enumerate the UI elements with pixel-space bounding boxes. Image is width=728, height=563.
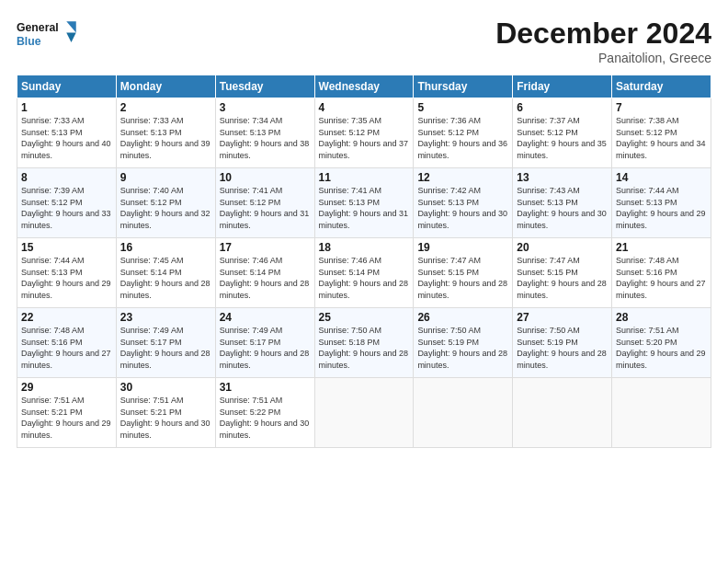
calendar-cell-4-2: 23 Sunrise: 7:49 AMSunset: 5:17 PMDaylig…	[116, 308, 215, 378]
day-info: Sunrise: 7:44 AMSunset: 5:13 PMDaylight:…	[21, 256, 111, 300]
day-number: 20	[517, 241, 608, 254]
day-info: Sunrise: 7:47 AMSunset: 5:15 PMDaylight:…	[517, 256, 607, 300]
day-number: 21	[616, 241, 707, 254]
day-number: 27	[517, 311, 608, 324]
day-number: 18	[319, 241, 410, 254]
day-number: 16	[120, 241, 211, 254]
calendar-cell-2-5: 12 Sunrise: 7:42 AMSunset: 5:13 PMDaylig…	[414, 168, 513, 238]
col-monday: Monday	[116, 75, 215, 98]
calendar-cell-1-6: 6 Sunrise: 7:37 AMSunset: 5:12 PMDayligh…	[513, 98, 612, 168]
calendar-cell-5-1: 29 Sunrise: 7:51 AMSunset: 5:21 PMDaylig…	[17, 378, 117, 448]
calendar-cell-3-3: 17 Sunrise: 7:46 AMSunset: 5:14 PMDaylig…	[215, 238, 314, 308]
day-number: 26	[417, 311, 508, 324]
day-number: 7	[616, 101, 707, 114]
calendar-cell-2-2: 9 Sunrise: 7:40 AMSunset: 5:12 PMDayligh…	[116, 168, 215, 238]
day-number: 14	[616, 171, 707, 184]
day-number: 13	[517, 171, 608, 184]
calendar-cell-5-4	[314, 378, 414, 448]
calendar-cell-3-4: 18 Sunrise: 7:46 AMSunset: 5:14 PMDaylig…	[314, 238, 414, 308]
day-info: Sunrise: 7:51 AMSunset: 5:21 PMDaylight:…	[120, 396, 210, 440]
day-info: Sunrise: 7:45 AMSunset: 5:14 PMDaylight:…	[120, 256, 210, 300]
day-info: Sunrise: 7:43 AMSunset: 5:13 PMDaylight:…	[517, 186, 607, 230]
day-info: Sunrise: 7:47 AMSunset: 5:15 PMDaylight:…	[417, 256, 507, 300]
page: General Blue December 2024 Panaitolion, …	[0, 0, 728, 457]
day-info: Sunrise: 7:50 AMSunset: 5:19 PMDaylight:…	[517, 326, 607, 370]
day-info: Sunrise: 7:40 AMSunset: 5:12 PMDaylight:…	[120, 186, 210, 230]
day-info: Sunrise: 7:51 AMSunset: 5:22 PMDaylight:…	[220, 396, 310, 440]
calendar-cell-2-7: 14 Sunrise: 7:44 AMSunset: 5:13 PMDaylig…	[612, 168, 711, 238]
calendar-header-row: Sunday Monday Tuesday Wednesday Thursday…	[17, 75, 711, 98]
calendar-cell-2-1: 8 Sunrise: 7:39 AMSunset: 5:12 PMDayligh…	[17, 168, 117, 238]
calendar-cell-2-4: 11 Sunrise: 7:41 AMSunset: 5:13 PMDaylig…	[314, 168, 414, 238]
col-saturday: Saturday	[612, 75, 711, 98]
calendar-cell-4-1: 22 Sunrise: 7:48 AMSunset: 5:16 PMDaylig…	[17, 308, 117, 378]
day-number: 15	[21, 241, 112, 254]
svg-marker-2	[66, 21, 76, 32]
day-number: 3	[220, 101, 311, 114]
day-number: 17	[220, 241, 311, 254]
svg-text:Blue: Blue	[17, 35, 41, 48]
calendar-cell-5-7	[612, 378, 711, 448]
day-info: Sunrise: 7:49 AMSunset: 5:17 PMDaylight:…	[220, 326, 310, 370]
calendar-cell-4-6: 27 Sunrise: 7:50 AMSunset: 5:19 PMDaylig…	[513, 308, 612, 378]
day-number: 22	[21, 311, 112, 324]
day-info: Sunrise: 7:49 AMSunset: 5:17 PMDaylight:…	[120, 326, 210, 370]
day-info: Sunrise: 7:42 AMSunset: 5:13 PMDaylight:…	[417, 186, 507, 230]
col-tuesday: Tuesday	[215, 75, 314, 98]
calendar-week-3: 15 Sunrise: 7:44 AMSunset: 5:13 PMDaylig…	[17, 238, 711, 308]
day-info: Sunrise: 7:46 AMSunset: 5:14 PMDaylight:…	[319, 256, 409, 300]
calendar-cell-3-7: 21 Sunrise: 7:48 AMSunset: 5:16 PMDaylig…	[612, 238, 711, 308]
calendar-cell-1-4: 4 Sunrise: 7:35 AMSunset: 5:12 PMDayligh…	[314, 98, 414, 168]
calendar-week-4: 22 Sunrise: 7:48 AMSunset: 5:16 PMDaylig…	[17, 308, 711, 378]
day-info: Sunrise: 7:41 AMSunset: 5:12 PMDaylight:…	[220, 186, 310, 230]
day-info: Sunrise: 7:48 AMSunset: 5:16 PMDaylight:…	[21, 326, 111, 370]
day-number: 28	[616, 311, 707, 324]
day-info: Sunrise: 7:33 AMSunset: 5:13 PMDaylight:…	[120, 116, 210, 160]
day-number: 6	[517, 101, 608, 114]
month-title: December 2024	[495, 17, 711, 51]
calendar-cell-4-7: 28 Sunrise: 7:51 AMSunset: 5:20 PMDaylig…	[612, 308, 711, 378]
calendar-cell-1-1: 1 Sunrise: 7:33 AMSunset: 5:13 PMDayligh…	[17, 98, 117, 168]
calendar-cell-3-2: 16 Sunrise: 7:45 AMSunset: 5:14 PMDaylig…	[116, 238, 215, 308]
calendar-cell-4-3: 24 Sunrise: 7:49 AMSunset: 5:17 PMDaylig…	[215, 308, 314, 378]
day-info: Sunrise: 7:51 AMSunset: 5:21 PMDaylight:…	[21, 396, 111, 440]
calendar-week-2: 8 Sunrise: 7:39 AMSunset: 5:12 PMDayligh…	[17, 168, 711, 238]
day-info: Sunrise: 7:50 AMSunset: 5:19 PMDaylight:…	[417, 326, 507, 370]
col-sunday: Sunday	[17, 75, 117, 98]
day-info: Sunrise: 7:37 AMSunset: 5:12 PMDaylight:…	[517, 116, 607, 160]
day-number: 24	[220, 311, 311, 324]
day-info: Sunrise: 7:44 AMSunset: 5:13 PMDaylight:…	[616, 186, 706, 230]
col-thursday: Thursday	[414, 75, 513, 98]
calendar-cell-1-2: 2 Sunrise: 7:33 AMSunset: 5:13 PMDayligh…	[116, 98, 215, 168]
title-block: December 2024 Panaitolion, Greece	[495, 17, 711, 65]
day-number: 23	[120, 311, 211, 324]
calendar-cell-3-5: 19 Sunrise: 7:47 AMSunset: 5:15 PMDaylig…	[414, 238, 513, 308]
general-blue-logo-icon: General Blue	[17, 17, 81, 53]
day-info: Sunrise: 7:46 AMSunset: 5:14 PMDaylight:…	[220, 256, 310, 300]
day-number: 4	[319, 101, 410, 114]
day-info: Sunrise: 7:48 AMSunset: 5:16 PMDaylight:…	[616, 256, 706, 300]
calendar-cell-5-2: 30 Sunrise: 7:51 AMSunset: 5:21 PMDaylig…	[116, 378, 215, 448]
calendar-week-5: 29 Sunrise: 7:51 AMSunset: 5:21 PMDaylig…	[17, 378, 711, 448]
col-friday: Friday	[513, 75, 612, 98]
day-number: 12	[417, 171, 508, 184]
day-info: Sunrise: 7:36 AMSunset: 5:12 PMDaylight:…	[417, 116, 507, 160]
day-number: 29	[21, 381, 112, 394]
day-number: 19	[417, 241, 508, 254]
calendar-cell-4-4: 25 Sunrise: 7:50 AMSunset: 5:18 PMDaylig…	[314, 308, 414, 378]
calendar-cell-4-5: 26 Sunrise: 7:50 AMSunset: 5:19 PMDaylig…	[414, 308, 513, 378]
calendar-cell-5-6	[513, 378, 612, 448]
day-number: 5	[417, 101, 508, 114]
calendar-cell-2-6: 13 Sunrise: 7:43 AMSunset: 5:13 PMDaylig…	[513, 168, 612, 238]
day-info: Sunrise: 7:35 AMSunset: 5:12 PMDaylight:…	[319, 116, 409, 160]
day-info: Sunrise: 7:50 AMSunset: 5:18 PMDaylight:…	[319, 326, 409, 370]
calendar-cell-5-5	[414, 378, 513, 448]
day-info: Sunrise: 7:38 AMSunset: 5:12 PMDaylight:…	[616, 116, 706, 160]
day-number: 11	[319, 171, 410, 184]
calendar-table: Sunday Monday Tuesday Wednesday Thursday…	[17, 75, 711, 448]
day-info: Sunrise: 7:33 AMSunset: 5:13 PMDaylight:…	[21, 116, 111, 160]
day-info: Sunrise: 7:51 AMSunset: 5:20 PMDaylight:…	[616, 326, 706, 370]
svg-marker-3	[66, 32, 76, 42]
logo: General Blue	[17, 17, 81, 53]
day-info: Sunrise: 7:41 AMSunset: 5:13 PMDaylight:…	[319, 186, 409, 230]
